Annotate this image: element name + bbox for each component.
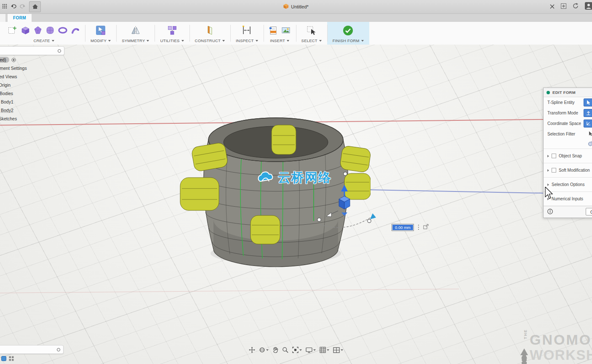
toolbar-group-insert: INSERT xyxy=(264,22,296,45)
torus-primitive-icon[interactable] xyxy=(58,26,67,36)
filter-body-icon[interactable] xyxy=(588,141,592,147)
construct-menu-label[interactable]: CONSTRUCT xyxy=(195,38,225,43)
browser-row-sketches[interactable]: Sketches xyxy=(0,114,79,123)
section-object-snap[interactable]: Object Snap xyxy=(544,149,592,163)
edit-form-header[interactable]: EDIT FORM xyxy=(544,88,592,97)
sketch-plane-icon[interactable] xyxy=(8,26,17,37)
apps-grid-icon[interactable] xyxy=(2,3,7,11)
viewport-3d[interactable]: 0.00 mm 云桥网络 (Unsaved) Document Settings… xyxy=(0,45,592,364)
dropdown-caret-icon xyxy=(287,40,289,42)
brand-watermark: GNOMON WORKSHOP xyxy=(530,332,592,362)
browser-row-origin[interactable]: Origin xyxy=(0,81,79,89)
insert-menu-label[interactable]: INSERT xyxy=(270,38,289,43)
section-soft-modification[interactable]: Soft Modification xyxy=(544,163,592,177)
ok-button[interactable]: OK xyxy=(586,208,592,215)
measure-icon[interactable] xyxy=(242,25,252,37)
inspect-menu-label[interactable]: INSPECT xyxy=(236,38,258,43)
mirror-symmetry-icon[interactable] xyxy=(131,25,141,37)
utilities-icon[interactable] xyxy=(167,25,177,37)
add-tab-icon[interactable] xyxy=(561,3,566,11)
browser-handle-bar[interactable] xyxy=(0,46,64,55)
toolbar-group-finish-form: FINISH FORM xyxy=(327,22,369,45)
document-cube-icon xyxy=(283,4,288,10)
soft-modification-checkbox[interactable] xyxy=(552,168,556,173)
handle-dot-icon xyxy=(57,348,60,351)
dropdown-caret-icon xyxy=(256,40,258,42)
group-select-icon[interactable] xyxy=(1,355,6,363)
timeline-handle-bar[interactable] xyxy=(0,345,64,354)
numeric-input-mode-icon[interactable] xyxy=(423,223,429,231)
gnome-silhouette-icon xyxy=(518,348,531,364)
box-primitive-icon[interactable] xyxy=(21,26,30,37)
browser-row-document-settings[interactable]: Document Settings xyxy=(0,64,79,72)
select-menu-label[interactable]: SELECT xyxy=(301,38,322,43)
coordinate-space-button[interactable] xyxy=(584,120,592,128)
utilities-menu-label[interactable]: UTILITIES xyxy=(160,38,184,43)
sphere-primitive-icon[interactable] xyxy=(34,26,42,36)
watermark-text: 云桥网络 xyxy=(278,169,332,186)
profile-icon[interactable] xyxy=(585,2,592,11)
zoom-icon[interactable] xyxy=(282,347,288,353)
pivot-handle xyxy=(344,172,347,175)
finish-form-label[interactable]: FINISH FORM xyxy=(333,38,364,43)
insert-svg-icon[interactable] xyxy=(269,26,277,37)
toolbar-group-utilities: UTILITIES xyxy=(155,22,189,45)
transform-mode-button[interactable] xyxy=(584,109,592,117)
expand-arrow-icon[interactable] xyxy=(547,183,549,186)
home-button[interactable] xyxy=(29,1,41,12)
object-snap-checkbox[interactable] xyxy=(552,154,556,158)
browser-row-named-views[interactable]: Named Views xyxy=(0,72,79,81)
browser-row-body1[interactable]: Body1 xyxy=(0,98,79,106)
grid-settings-icon[interactable] xyxy=(320,347,329,353)
pan-icon[interactable] xyxy=(249,347,255,353)
toolbar-group-inspect: INSPECT xyxy=(230,22,264,45)
entity-select-button[interactable] xyxy=(584,98,592,106)
dimension-input-group: 0.00 mm xyxy=(392,223,429,231)
toolbar-group-select: SELECT xyxy=(296,22,327,45)
symmetry-menu-label[interactable]: SYMMETRY xyxy=(122,38,149,43)
cloud-logo-icon xyxy=(256,170,275,186)
scale-handle-icon xyxy=(341,213,347,216)
expand-arrow-icon[interactable] xyxy=(547,169,549,172)
pipe-primitive-icon[interactable] xyxy=(71,26,80,36)
browser-row-body2[interactable]: Body2 xyxy=(0,106,79,114)
edit-form-icon[interactable] xyxy=(95,25,106,37)
viewport-layout-icon[interactable] xyxy=(333,347,343,353)
browser-row-bodies[interactable]: Bodies xyxy=(0,89,79,98)
insert-image-icon[interactable] xyxy=(281,26,291,36)
create-menu-label[interactable]: CREATE xyxy=(33,38,54,43)
row-transform-mode: Transform Mode xyxy=(544,108,592,118)
tab-form[interactable]: FORM xyxy=(8,14,32,22)
construct-plane-icon[interactable] xyxy=(205,25,215,37)
toolbar-group-symmetry: SYMMETRY xyxy=(116,22,155,45)
browser-root-row[interactable]: (Unsaved) xyxy=(0,56,79,64)
row-tspline-entity: T-Spline Entity xyxy=(544,97,592,108)
brand-the-text: THE xyxy=(523,329,528,339)
mini-grid-icon[interactable] xyxy=(9,355,14,363)
modify-menu-label[interactable]: MODIFY xyxy=(91,38,111,43)
undo-icon[interactable] xyxy=(11,3,16,11)
dimension-input[interactable]: 0.00 mm xyxy=(392,224,414,231)
info-icon[interactable] xyxy=(547,209,553,215)
brand-line2: WORKSHOP xyxy=(530,348,592,362)
selection-filter-icon[interactable] xyxy=(588,131,592,137)
document-root-pill: (Unsaved) xyxy=(0,57,9,63)
hand-icon[interactable] xyxy=(272,347,278,353)
display-settings-icon[interactable] xyxy=(306,347,316,353)
quadball-primitive-icon[interactable] xyxy=(46,26,54,36)
move-left-arrow-icon xyxy=(326,213,331,217)
sync-icon[interactable] xyxy=(573,3,579,11)
visibility-radio-icon[interactable] xyxy=(11,58,16,62)
orbit-icon[interactable] xyxy=(259,347,269,353)
more-options-icon[interactable] xyxy=(418,225,419,230)
dropdown-caret-icon xyxy=(299,349,302,351)
finish-form-check-icon[interactable] xyxy=(342,25,354,38)
expand-arrow-icon[interactable] xyxy=(547,155,549,157)
redo-icon[interactable] xyxy=(20,3,26,11)
fit-icon[interactable] xyxy=(292,347,302,353)
select-tool-icon[interactable] xyxy=(307,26,316,37)
fusion360-window: { "titlebar": { "title": "Untitled*", "i… xyxy=(0,0,592,364)
command-dot-icon xyxy=(547,91,550,94)
toolbar-group-construct: CONSTRUCT xyxy=(189,22,230,45)
close-icon[interactable] xyxy=(550,3,555,11)
